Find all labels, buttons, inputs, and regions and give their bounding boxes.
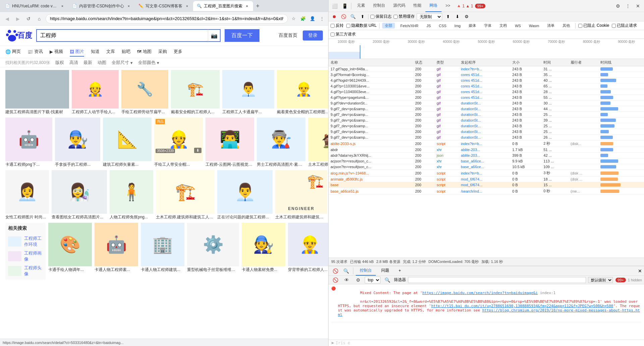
tab-1-close[interactable]: × bbox=[60, 3, 65, 9]
console-settings-icon[interactable]: ⚙ bbox=[353, 275, 363, 285]
home-button[interactable]: ⌂ bbox=[35, 14, 44, 23]
nav-tab-tieba[interactable]: 贴吧 bbox=[122, 47, 130, 57]
forward-button[interactable]: ▶ bbox=[13, 14, 22, 23]
console-filter-input[interactable] bbox=[408, 277, 586, 283]
table-row[interactable]: abdr?data=eyJkYXRhlj... 200 json ablite-… bbox=[329, 153, 644, 158]
invert-filter-checkbox[interactable]: 反转 bbox=[331, 22, 344, 29]
table-row[interactable]: 3.gif?format=$contsig... 200 gif cores 4… bbox=[329, 72, 644, 78]
table-row[interactable]: 9.gif?dev=durationSt... 200 gif duration… bbox=[329, 100, 644, 106]
baidu-home-link[interactable]: 百度首页 bbox=[279, 32, 297, 39]
tab-3-close[interactable]: × bbox=[184, 3, 190, 9]
table-row[interactable]: 4.gif?p=11040003eve... 200 gif cores 451… bbox=[329, 89, 644, 95]
table-row[interactable]: 9.gif7_dev=pc&samp... 200 gif durationSt… bbox=[329, 112, 644, 118]
mixed-content-link[interactable]: https://image.baidu.com/search/index?tn=… bbox=[422, 291, 538, 295]
nav-tab-news[interactable]: 📰资讯 bbox=[27, 47, 43, 57]
related-item-1[interactable]: 工程师工作环境 bbox=[8, 235, 43, 248]
th-name[interactable]: 名称 bbox=[329, 59, 413, 66]
tab-4-close[interactable]: × bbox=[244, 3, 250, 9]
filter-font[interactable]: 字体 bbox=[481, 23, 494, 28]
nav-tab-image[interactable]: 🖼图片 bbox=[70, 47, 84, 57]
device-mode-icon[interactable]: 📱 bbox=[340, 1, 349, 11]
image-item[interactable]: 🔧 手绘工程师劳动节扁平... bbox=[121, 70, 168, 115]
th-waterfall[interactable]: 时间线 bbox=[598, 59, 644, 66]
extensions-icon[interactable]: 🧩 bbox=[299, 15, 307, 22]
devtools-settings-icon[interactable]: ⚙ bbox=[613, 1, 623, 11]
upload-icon[interactable]: ⬆ bbox=[444, 13, 452, 20]
console-eye-icon[interactable]: 👁 bbox=[342, 275, 351, 285]
blocked-cookie-checkbox[interactable]: 已阻止 Cookie bbox=[578, 22, 609, 29]
filter-other[interactable]: 其他 bbox=[560, 23, 573, 28]
table-row[interactable]: animate_d5993fc.js 200 script mod_6f674.… bbox=[329, 177, 644, 182]
image-item[interactable]: ⚙️ 重型机械电子丝背板维维修服... bbox=[187, 223, 239, 280]
insecure-link[interactable]: http://t15.bai du.com/it/u=2788651690,13… bbox=[431, 304, 613, 308]
preserve-log-checkbox[interactable]: 保留日志 bbox=[370, 14, 392, 19]
th-fulfiller[interactable]: 履行者 bbox=[569, 59, 599, 66]
console-filter-icon[interactable]: 🔍 bbox=[341, 266, 351, 276]
tab-2[interactable]: 📄 内容管理-CSDN创作中心 × bbox=[68, 1, 135, 11]
devtools-tab-more[interactable]: >> bbox=[442, 0, 454, 12]
image-item[interactable]: 👨‍🔧 手拿扳手的工程师... bbox=[55, 118, 100, 167]
devtools-more-icon[interactable]: ⋮ bbox=[623, 1, 633, 11]
back-button[interactable]: ◀ bbox=[3, 14, 11, 23]
image-item[interactable]: 📐 建筑工程师矢量素... bbox=[103, 118, 152, 167]
image-item[interactable]: 🎨 卡通手绘人物调年... bbox=[48, 223, 92, 280]
table-row[interactable]: 4.gif?type=pagetum&... 200 gif cores 451… bbox=[329, 95, 644, 100]
filter-js[interactable]: JS bbox=[424, 23, 433, 28]
tab-4[interactable]: 🔍 工程师_百度图片搜索 × bbox=[193, 1, 253, 11]
image-item[interactable]: 👷‍♂️ 戴着黄色安全帽的工程师图片 其他人... bbox=[277, 70, 328, 115]
th-size[interactable]: 大小 bbox=[510, 59, 541, 66]
table-row[interactable]: 9.gif7_dev=pc&samp... 200 gif durationSt… bbox=[329, 118, 644, 123]
inspect-element-icon[interactable]: ⬜ bbox=[330, 1, 339, 11]
image-item[interactable]: 👷 工程师工人动节手绘人... bbox=[72, 70, 119, 115]
image-item[interactable]: 🏗️ 土木工程师.建筑师和建筑工人人... bbox=[156, 170, 215, 220]
table-row[interactable]: 17.gif?app_init=848a... 200 gif index?tn… bbox=[329, 66, 644, 72]
throttle-select[interactable]: 无限制 Fast 3G Slow 3G bbox=[417, 13, 442, 20]
filter-size-dropdown[interactable]: 全部尺寸 ▾ bbox=[112, 60, 133, 66]
nav-tab-webpage[interactable]: 🌐网页 bbox=[5, 47, 21, 57]
download-icon[interactable]: ⬇ bbox=[194, 148, 201, 153]
image-item[interactable]: 🧑‍🔧 卡通人物素材免费... bbox=[242, 223, 285, 280]
table-row[interactable]: base_a66ce51.js 200 script /search/ind..… bbox=[329, 188, 644, 195]
devtools-tab-elements[interactable]: 元素 bbox=[353, 0, 369, 12]
filter-media[interactable]: 媒体 bbox=[466, 23, 479, 28]
context-select[interactable]: top bbox=[365, 277, 380, 283]
filter-manifest[interactable]: 清单 bbox=[544, 23, 557, 28]
devtools-tab-sources[interactable]: 源代码 bbox=[389, 0, 409, 12]
menu-icon[interactable]: ⋮ bbox=[318, 15, 326, 22]
image-item[interactable]: 👨‍💻 工程师-云图网-云图视觉_正... bbox=[206, 118, 254, 167]
hide-data-url-checkbox[interactable]: 隐藏数据 URL bbox=[346, 22, 376, 29]
reload-button[interactable]: ↺ bbox=[24, 14, 33, 23]
nav-tab-video[interactable]: ▶视频 bbox=[50, 47, 63, 57]
th-initiator[interactable]: 发起程序 bbox=[459, 59, 510, 66]
filter-ws[interactable]: WS bbox=[512, 23, 524, 28]
record-button[interactable]: ⏺ bbox=[331, 13, 338, 20]
disable-cache-checkbox[interactable]: 禁用缓存 bbox=[394, 14, 415, 19]
blog-link[interactable]: https://blog.chromium.org/2019/10/no-mor… bbox=[338, 308, 640, 317]
console-tab-add[interactable]: + bbox=[395, 266, 405, 276]
filter-hd[interactable]: 高清 bbox=[69, 60, 78, 66]
filter-copyright[interactable]: 版权 bbox=[55, 60, 64, 66]
filter-toggle-button[interactable]: 🔍 bbox=[349, 13, 357, 20]
devtools-tab-performance[interactable]: 性能 bbox=[409, 0, 425, 12]
tab-3[interactable]: ✏️ 写文章-CSDN博客客 × bbox=[135, 1, 193, 11]
table-row[interactable]: acjson?tn=resultjson_c... 200 xhr base_a… bbox=[329, 158, 644, 164]
filter-latest[interactable]: 最新 bbox=[83, 60, 92, 66]
image-item[interactable]: 👨‍💼 正在讨论问题的建筑工程师... bbox=[217, 170, 273, 220]
image-item[interactable]: 🏚️ 土木工程师缆视概... bbox=[308, 118, 328, 167]
image-item[interactable]: 👷‍♂️ 穿背带裤的工程师人... bbox=[288, 223, 328, 280]
filter-color-dropdown[interactable]: 全部颜色 ▾ bbox=[138, 60, 159, 66]
devtools-tab-console[interactable]: 控制台 bbox=[369, 0, 389, 12]
image-item[interactable]: 👨‍🏭 男士工程师高清图片·素材中... bbox=[257, 118, 305, 167]
table-row[interactable]: abdr 200 xhr ablite-203... 1.7 kB 51 ... bbox=[329, 147, 644, 153]
image-item[interactable]: 👩‍🔬 查看图纸女工程师高清图片... bbox=[52, 170, 107, 220]
image-item[interactable]: 🏗️ ENGINEER 土木工程师建筑师和建筑工人人... bbox=[275, 170, 327, 220]
third-party-checkbox[interactable]: 第三方请求 bbox=[331, 31, 356, 38]
table-row[interactable]: ablite-2033-s.js 200 script index?tn=b..… bbox=[329, 140, 644, 147]
filter-wasm[interactable]: Wasm bbox=[526, 23, 542, 28]
related-item-3[interactable]: 工程师头像 bbox=[8, 265, 43, 277]
login-button[interactable]: 登录 bbox=[303, 30, 323, 41]
bookmark-icon[interactable]: ☆ bbox=[290, 15, 297, 22]
filter-doc[interactable]: 文档 bbox=[497, 23, 510, 28]
camera-search-icon[interactable]: 📷 bbox=[208, 29, 220, 42]
image-item[interactable]: 👩‍💼 女性工程师图片 时尚... bbox=[5, 170, 49, 220]
